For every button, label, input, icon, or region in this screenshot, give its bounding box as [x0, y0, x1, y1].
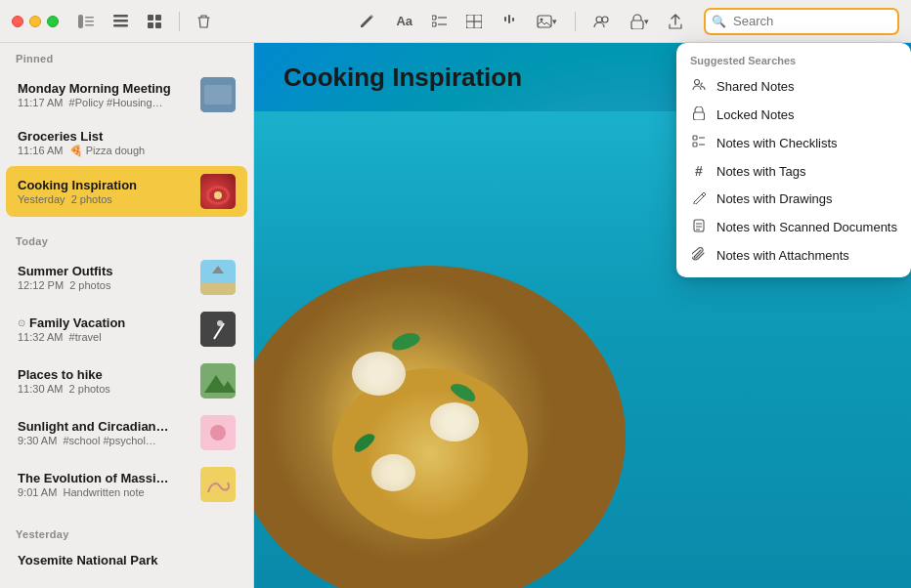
- note-title: Monday Morning Meeting: [18, 81, 193, 96]
- media-button[interactable]: ▾: [531, 11, 563, 32]
- note-text: Monday Morning Meeting 11:17 AM #Policy …: [18, 81, 193, 108]
- list-item[interactable]: Cooking Inspiration Yesterday 2 photos: [6, 166, 247, 217]
- note-title: Family Vacation: [29, 315, 125, 330]
- search-input[interactable]: [704, 8, 899, 35]
- list-view-button[interactable]: [108, 11, 134, 31]
- note-title: The Evolution of Massi…: [18, 471, 193, 485]
- dropdown-item-checklists[interactable]: Notes with Checklists: [676, 129, 911, 157]
- shared-notes-icon: [690, 78, 708, 95]
- svg-rect-42: [200, 283, 236, 295]
- table-button[interactable]: [460, 11, 488, 32]
- svg-point-44: [217, 320, 223, 326]
- dropdown-item-locked[interactable]: Locked Notes: [676, 101, 911, 129]
- delete-button[interactable]: [192, 10, 216, 33]
- dropdown-item-scanned-label: Notes with Scanned Documents: [716, 220, 897, 234]
- svg-rect-21: [538, 16, 551, 27]
- minimize-button[interactable]: [29, 16, 41, 27]
- note-title: Places to hike: [18, 367, 193, 382]
- search-container: 🔍: [704, 8, 899, 35]
- close-button[interactable]: [12, 16, 23, 27]
- note-text: Groceries List 11:16 AM 🍕 Pizza dough: [18, 129, 236, 157]
- basil-1: [389, 329, 421, 353]
- svg-rect-28: [693, 136, 697, 140]
- svg-rect-20: [512, 18, 514, 21]
- note-title: Summer Outfits: [18, 264, 193, 278]
- mozz-3: [371, 454, 415, 491]
- dropdown-item-locked-label: Locked Notes: [716, 107, 795, 122]
- divider-1: [179, 12, 180, 31]
- list-item[interactable]: Places to hike 11:30 AM 2 photos: [6, 356, 247, 406]
- pizza-center: [332, 368, 528, 539]
- note-thumbnail: [200, 77, 236, 112]
- dropdown-item-tags-label: Notes with Tags: [716, 164, 806, 179]
- dropdown-item-shared[interactable]: Shared Notes: [676, 72, 911, 101]
- share-button[interactable]: [663, 10, 688, 33]
- svg-rect-1: [85, 17, 94, 19]
- svg-rect-18: [504, 17, 506, 21]
- dropdown-item-drawings-label: Notes with Drawings: [716, 191, 833, 206]
- svg-rect-6: [113, 24, 128, 27]
- svg-rect-3: [85, 24, 94, 26]
- svg-rect-8: [155, 15, 161, 21]
- dropdown-item-attachments-label: Notes with Attachments: [716, 248, 849, 263]
- dropdown-item-drawings[interactable]: Notes with Drawings: [676, 185, 911, 213]
- note-subtitle: 9:01 AM Handwritten note: [18, 486, 193, 498]
- scanned-docs-icon: [690, 219, 708, 235]
- note-thumbnail: [200, 363, 236, 399]
- sidebar-toggle-button[interactable]: [72, 11, 100, 32]
- note-thumbnail: [200, 415, 236, 450]
- new-note-button[interactable]: [355, 10, 382, 33]
- list-item[interactable]: Monday Morning Meeting 11:17 AM #Policy …: [6, 69, 247, 120]
- checklist-button[interactable]: [426, 11, 453, 32]
- note-title: Yosemite National Park: [18, 553, 236, 567]
- note-title: Cooking Inspiration: [18, 178, 193, 192]
- note-subtitle: 12:12 PM 2 photos: [18, 279, 193, 291]
- list-item[interactable]: ⊙ Family Vacation 11:32 AM #travel: [6, 304, 247, 355]
- svg-rect-4: [113, 15, 128, 18]
- svg-point-23: [596, 17, 602, 22]
- svg-rect-10: [155, 22, 161, 28]
- mozz-1: [352, 352, 406, 396]
- note-thumbnail: [200, 174, 236, 209]
- note-subtitle: 11:16 AM 🍕 Pizza dough: [18, 145, 236, 157]
- dropdown-item-attachments[interactable]: Notes with Attachments: [676, 241, 911, 270]
- svg-rect-25: [631, 21, 643, 29]
- today-section-label: Today: [0, 226, 253, 251]
- svg-point-22: [541, 18, 543, 21]
- format-text-button[interactable]: Aa: [390, 10, 418, 32]
- list-item[interactable]: Groceries List 11:16 AM 🍕 Pizza dough: [6, 121, 247, 165]
- collaborate-button[interactable]: [587, 11, 617, 32]
- dropdown-item-tags[interactable]: # Notes with Tags: [676, 157, 911, 185]
- checklists-icon: [690, 135, 708, 151]
- locked-notes-icon: [690, 106, 708, 123]
- svg-rect-9: [148, 22, 153, 28]
- dropdown-section-label: Suggested Searches: [676, 51, 911, 72]
- lock-button[interactable]: ▾: [625, 10, 655, 33]
- svg-rect-7: [148, 15, 153, 21]
- traffic-lights: [12, 16, 59, 27]
- pinned-section-label: Pinned: [0, 43, 253, 68]
- note-thumbnail: [200, 260, 236, 295]
- list-item[interactable]: Summer Outfits 12:12 PM 2 photos: [6, 252, 247, 303]
- svg-point-40: [214, 191, 222, 199]
- dropdown-item-shared-label: Shared Notes: [716, 79, 795, 94]
- yesterday-section-label: Yesterday: [0, 519, 253, 544]
- note-title: Groceries List: [18, 129, 236, 144]
- audio-button[interactable]: [496, 11, 523, 32]
- attachments-icon: [690, 247, 708, 264]
- note-text: Places to hike 11:30 AM 2 photos: [18, 367, 193, 395]
- tags-icon: #: [690, 163, 708, 179]
- grid-view-button[interactable]: [142, 11, 167, 32]
- note-text: Sunlight and Circadian… 9:30 AM #school …: [18, 419, 193, 446]
- list-item[interactable]: The Evolution of Massi… 9:01 AM Handwrit…: [6, 459, 247, 510]
- svg-rect-27: [694, 112, 705, 120]
- svg-rect-5: [113, 20, 128, 22]
- maximize-button[interactable]: [47, 16, 59, 27]
- list-item[interactable]: Sunlight and Circadian… 9:30 AM #school …: [6, 407, 247, 458]
- note-text: Yosemite National Park: [18, 553, 236, 567]
- drawings-icon: [690, 190, 708, 207]
- list-item[interactable]: Yosemite National Park: [6, 545, 247, 575]
- note-subtitle: 9:30 AM #school #psychol…: [18, 435, 193, 446]
- dropdown-item-scanned[interactable]: Notes with Scanned Documents: [676, 213, 911, 241]
- note-content-title: Cooking Inspiration: [283, 63, 522, 93]
